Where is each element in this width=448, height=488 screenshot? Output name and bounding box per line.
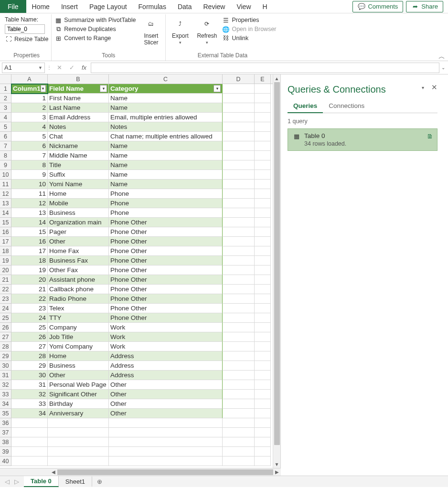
row-header[interactable]: 27 <box>0 332 11 342</box>
cell-category[interactable]: Name <box>109 94 223 103</box>
edit-query-icon[interactable]: 🗎 <box>427 133 433 140</box>
cell[interactable] <box>255 409 271 418</box>
cell[interactable] <box>109 456 223 466</box>
cell[interactable] <box>255 160 271 170</box>
scroll-right-button[interactable]: ▶ <box>273 469 281 475</box>
cell-field-name[interactable]: TTY <box>48 313 109 323</box>
cell-category[interactable]: Chat name; multiple entries allowed <box>109 132 223 141</box>
cell[interactable] <box>223 294 255 304</box>
tab-connections[interactable]: Connections <box>323 100 370 113</box>
query-card[interactable]: ▦ Table 0 34 rows loaded. 🗎 <box>288 128 437 151</box>
cell[interactable] <box>11 456 48 466</box>
row-header[interactable]: 3 <box>0 103 11 113</box>
cell-column1[interactable]: 18 <box>11 256 48 265</box>
cell-field-name[interactable]: Title <box>48 160 109 170</box>
cell[interactable] <box>223 113 255 122</box>
cell-category[interactable]: Phone Other <box>109 218 223 227</box>
header-category[interactable]: Category▾ <box>109 84 223 94</box>
cell[interactable] <box>11 428 48 437</box>
cell[interactable] <box>255 285 271 294</box>
cell-category[interactable]: Other <box>109 399 223 409</box>
cell-field-name[interactable]: Birthday <box>48 399 109 409</box>
sheet-tab-table0[interactable]: Table 0 <box>24 476 59 487</box>
cell-category[interactable]: Phone Other <box>109 304 223 313</box>
cell[interactable] <box>223 285 255 294</box>
col-header-B[interactable]: B <box>48 74 109 84</box>
cell[interactable] <box>255 103 271 113</box>
cell-field-name[interactable]: Organization main <box>48 218 109 227</box>
row-header[interactable]: 23 <box>0 294 11 304</box>
cell[interactable] <box>223 361 255 371</box>
cell-column1[interactable]: 34 <box>11 409 48 418</box>
comments-button[interactable]: 💬 Comments <box>352 1 403 12</box>
cell-field-name[interactable]: Email Address <box>48 113 109 122</box>
cell[interactable] <box>223 390 255 399</box>
cell-field-name[interactable]: Anniversary <box>48 409 109 418</box>
cell-column1[interactable]: 9 <box>11 170 48 180</box>
cell[interactable] <box>223 208 255 218</box>
cell-field-name[interactable]: Telex <box>48 304 109 313</box>
fx-button[interactable]: fx <box>78 64 90 71</box>
cell-category[interactable]: Name <box>109 103 223 113</box>
row-header[interactable]: 16 <box>0 227 11 237</box>
cell[interactable] <box>48 418 109 428</box>
cell[interactable] <box>223 447 255 456</box>
cell-field-name[interactable]: Notes <box>48 122 109 132</box>
cell[interactable] <box>255 342 271 351</box>
row-header[interactable]: 20 <box>0 265 11 275</box>
new-sheet-button[interactable]: ⊕ <box>92 477 107 487</box>
cell-field-name[interactable]: Other <box>48 371 109 380</box>
cell[interactable] <box>48 428 109 437</box>
row-header[interactable]: 36 <box>0 418 11 428</box>
cell-category[interactable]: Phone Other <box>109 256 223 265</box>
row-header[interactable]: 4 <box>0 113 11 122</box>
cell-column1[interactable]: 31 <box>11 380 48 390</box>
cell[interactable] <box>255 380 271 390</box>
row-header[interactable]: 32 <box>0 380 11 390</box>
cell-column1[interactable]: 12 <box>11 199 48 208</box>
summarize-pivot-button[interactable]: ▦Summarize with PivotTable <box>54 16 136 24</box>
tab-page-layout[interactable]: Page Layout <box>84 0 133 13</box>
cell-category[interactable]: Address <box>109 351 223 361</box>
cell[interactable] <box>255 294 271 304</box>
cell[interactable] <box>223 256 255 265</box>
cell[interactable] <box>255 141 271 151</box>
tab-more[interactable]: H <box>257 0 273 13</box>
cell-category[interactable]: Email, multiple entries allowed <box>109 113 223 122</box>
cell-category[interactable]: Other <box>109 390 223 399</box>
cell[interactable] <box>255 390 271 399</box>
cell-field-name[interactable]: Nickname <box>48 141 109 151</box>
cell[interactable] <box>223 275 255 285</box>
cell-category[interactable]: Work <box>109 342 223 351</box>
row-header[interactable]: 11 <box>0 180 11 189</box>
cell-field-name[interactable]: Company <box>48 323 109 332</box>
cell[interactable] <box>255 332 271 342</box>
row-header[interactable]: 17 <box>0 237 11 246</box>
cell-column1[interactable]: 10 <box>11 180 48 189</box>
row-header[interactable]: 22 <box>0 285 11 294</box>
scroll-up-button[interactable]: ▲ <box>273 74 280 82</box>
row-header[interactable]: 35 <box>0 409 11 418</box>
cell-category[interactable]: Name <box>109 160 223 170</box>
row-header[interactable]: 14 <box>0 208 11 218</box>
cell[interactable] <box>223 141 255 151</box>
cell[interactable] <box>223 265 255 275</box>
cell-field-name[interactable]: Significant Other <box>48 390 109 399</box>
tab-data[interactable]: Data <box>172 0 198 13</box>
cell-column1[interactable]: 32 <box>11 390 48 399</box>
cell[interactable] <box>223 237 255 246</box>
cancel-formula-button[interactable]: ✕ <box>53 64 65 71</box>
row-header[interactable]: 33 <box>0 390 11 399</box>
row-header[interactable]: 12 <box>0 189 11 199</box>
cell-field-name[interactable]: Last Name <box>48 103 109 113</box>
cell[interactable] <box>109 418 223 428</box>
row-header[interactable]: 26 <box>0 323 11 332</box>
accept-formula-button[interactable]: ✓ <box>66 64 77 71</box>
row-header[interactable]: 9 <box>0 160 11 170</box>
cell-column1[interactable]: 5 <box>11 132 48 141</box>
cell-column1[interactable]: 11 <box>11 189 48 199</box>
cell[interactable] <box>48 437 109 447</box>
formula-expand-button[interactable]: ⌄ <box>441 65 445 70</box>
cell[interactable] <box>11 418 48 428</box>
properties-button[interactable]: ☰Properties <box>222 16 276 24</box>
